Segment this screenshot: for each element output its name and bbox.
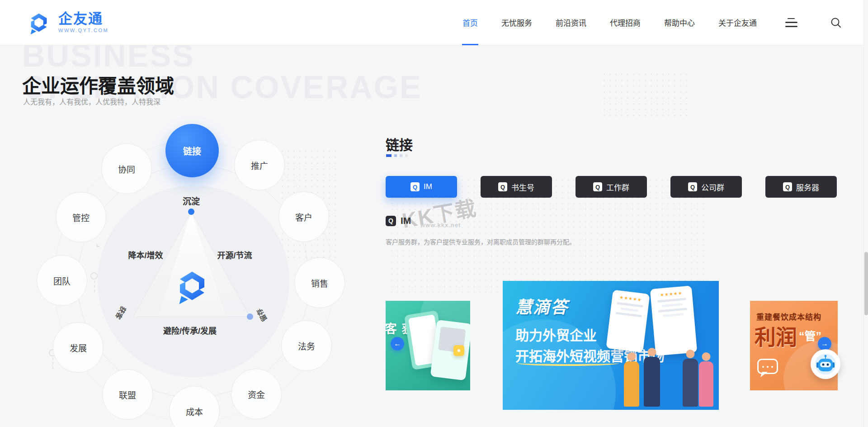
robot-icon <box>815 353 836 375</box>
robot-mascot-button[interactable] <box>811 349 840 379</box>
banner-brand: 慧滴答 <box>515 294 568 318</box>
center-logo-icon <box>170 264 214 308</box>
diagram-bubble[interactable]: 推广 <box>234 140 285 190</box>
q-badge-icon: Q <box>688 182 697 191</box>
diagram-bubble[interactable]: 销售 <box>294 257 345 308</box>
q-badge-icon: Q <box>498 182 507 191</box>
diagram-bubble[interactable]: 协同 <box>101 143 152 194</box>
pager-dot[interactable] <box>400 154 402 157</box>
triangle-label-bottom-edge: 避险/传承/发展 <box>163 324 217 336</box>
panel-tabs: Q IM Q 书生号 Q 工作群 Q 公司群 Q 服务器 <box>386 176 837 198</box>
diagram-bubble[interactable]: 管控 <box>56 192 106 242</box>
dot-pattern <box>601 71 689 120</box>
nav-item-news[interactable]: 前沿资讯 <box>556 0 586 45</box>
nav-item-home[interactable]: 首页 <box>462 0 478 45</box>
pager-dot[interactable] <box>405 154 408 157</box>
nav-item-services[interactable]: 无忧服务 <box>501 0 532 45</box>
qyt-logo-icon <box>25 9 53 37</box>
selected-item-description: 客户服务群，为客户提供专业服务，对离职成员管理的群聊再分配。 <box>386 237 576 246</box>
main-nav: 首页 无忧服务 前沿资讯 代理招商 帮助中心 关于企友通 <box>462 0 757 45</box>
tab-label: 工作群 <box>606 181 629 193</box>
brand-name: 企友通 <box>58 12 108 27</box>
diagram-bubble[interactable]: 链接 <box>165 124 219 177</box>
person-illustration <box>699 361 713 407</box>
person-illustration <box>644 357 660 407</box>
triangle-top-dot <box>188 209 194 215</box>
tab-company-group[interactable]: Q 公司群 <box>670 176 742 198</box>
tab-shusheng[interactable]: Q 书生号 <box>481 176 552 198</box>
stars-icon: ★★★★★ <box>660 291 683 297</box>
panel-pager <box>386 154 408 157</box>
triangle-label-top: 沉淀 <box>183 195 200 207</box>
tab-workgroup[interactable]: Q 工作群 <box>576 176 647 198</box>
selected-item-label: IM <box>401 215 411 226</box>
carousel-banner-center[interactable]: 慧滴答 助力外贸企业 开拓海外短视频营销市场 ★★★★★ ★★★★★ <box>503 281 719 410</box>
brand-domain: WWW.QYT.COM <box>58 28 108 33</box>
page-title: 企业运作覆盖领域 <box>22 71 174 98</box>
nav-item-about[interactable]: 关于企友通 <box>718 0 757 45</box>
pager-dot-active[interactable] <box>386 154 392 157</box>
tab-label: 公司群 <box>701 181 724 193</box>
tab-label: 服务器 <box>796 181 819 193</box>
diagram-bubble[interactable]: 团队 <box>37 255 87 306</box>
banner-line1: 助力外贸企业 <box>515 324 597 344</box>
chat-bubble-icon <box>757 359 778 374</box>
coverage-section: BUSINESS OPERATION COVERAGE 企业运作覆盖领域 人无我… <box>0 45 868 427</box>
tab-label: 书生号 <box>511 181 534 193</box>
diagram-bubble[interactable]: 发展 <box>53 322 104 373</box>
thumb-icon <box>453 345 464 356</box>
pager-dot[interactable] <box>394 154 397 157</box>
page-subtitle: 人无我有，人有我优，人优我特，人特我深 <box>23 96 160 107</box>
diagram-bubble[interactable]: 联盟 <box>102 369 153 420</box>
nav-item-agency[interactable]: 代理招商 <box>610 0 641 45</box>
kk-watermark-url: www.kkx.net <box>420 222 461 228</box>
scrollbar-thumb[interactable] <box>864 252 868 315</box>
tab-server[interactable]: Q 服务器 <box>765 176 837 198</box>
pin-decoration <box>90 272 98 280</box>
diagram-bubble[interactable]: 客户 <box>278 191 329 242</box>
scrollbar-track[interactable] <box>863 0 868 427</box>
triangle-right-dot <box>247 313 253 320</box>
tab-label: IM <box>424 182 432 191</box>
q-badge-icon: Q <box>386 216 396 226</box>
diagram-bubble[interactable]: 法务 <box>281 320 332 371</box>
stars-icon: ★★★★★ <box>619 295 642 302</box>
carousel-next-button[interactable]: → <box>818 337 831 351</box>
search-icon[interactable] <box>830 17 842 28</box>
person-illustration <box>683 359 698 407</box>
selected-item-row: Q IM <box>386 215 411 226</box>
underline-swoosh <box>517 361 619 366</box>
triangle-label-left-edge: 降本/增效 <box>128 249 163 261</box>
q-badge-icon: Q <box>783 182 792 191</box>
brand-logo[interactable]: 企友通 WWW.QYT.COM <box>25 9 108 37</box>
q-badge-icon: Q <box>593 182 602 191</box>
q-badge-icon: Q <box>410 182 420 191</box>
panel-heading: 链接 <box>386 134 413 154</box>
phone-illustration: ★★★★★ <box>650 285 698 356</box>
nav-item-help[interactable]: 帮助中心 <box>664 0 695 45</box>
banner-highlight: 利润 <box>755 320 797 351</box>
menu-icon[interactable] <box>785 18 797 27</box>
person-illustration <box>624 361 639 407</box>
site-header: 企友通 WWW.QYT.COM 首页 无忧服务 前沿资讯 代理招商 帮助中心 关… <box>0 0 868 45</box>
phone-illustration: ★★★★★ <box>606 289 650 352</box>
diagram-bubble[interactable]: 资金 <box>231 369 282 419</box>
carousel-prev-button[interactable]: ← <box>391 337 404 351</box>
triangle-label-right-edge: 开源/节流 <box>217 249 252 261</box>
tab-im[interactable]: Q IM <box>386 176 457 198</box>
